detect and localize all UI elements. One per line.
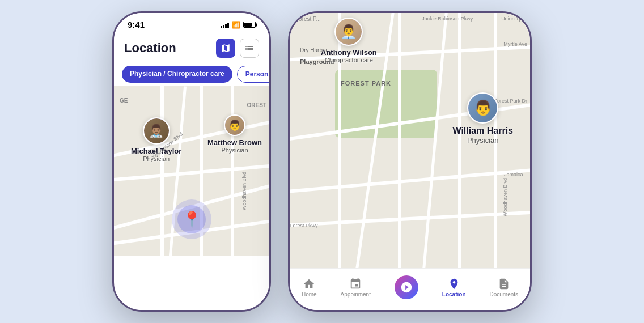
doctor-pin-william[interactable]: 👨 William Harris Physician (452, 92, 513, 144)
map-view-button[interactable] (216, 39, 235, 58)
map-label-forest-pkwy: Forest Pkwy (290, 223, 318, 228)
battery-icon (243, 22, 256, 28)
avatar-matthew: 👨 (224, 114, 245, 136)
status-icons: 📶 (221, 21, 256, 29)
doctor-name-william: William Harris (452, 126, 513, 136)
center-button[interactable] (395, 275, 418, 299)
page-title: Location (124, 41, 176, 56)
filter-physician[interactable]: Physician / Chiropractor care (122, 66, 232, 83)
doctor-name-matthew: Matthew Brown (207, 138, 262, 147)
doctor-specialty-matthew: Physician (221, 147, 248, 154)
map-area-right[interactable]: Dry Harbor Playground FOREST PARK Forest… (290, 13, 530, 268)
filter-bar: Physician / Chiropractor care Personal i… (114, 62, 269, 86)
pin-ripple: 📍 (172, 199, 211, 239)
app-header: Location (114, 33, 269, 62)
phone-right: Dry Harbor Playground FOREST PARK Forest… (288, 11, 532, 312)
phone-left: 9:41 📶 Location (112, 11, 271, 312)
map-label-woodhaven: Woodhaven Blvd (242, 172, 247, 210)
doctor-pin-matthew[interactable]: 👨 Matthew Brown Physician (207, 114, 262, 154)
map-label-jamaica: Jamaica... (504, 172, 527, 177)
header-icons (216, 39, 259, 58)
nav-label-documents: Documents (489, 291, 518, 298)
nav-item-home[interactable]: Home (297, 275, 321, 300)
list-view-button[interactable] (240, 39, 259, 58)
avatar-michael: 👨🏽‍⚕️ (143, 117, 170, 144)
status-time: 9:41 (128, 20, 145, 29)
doctor-name-anthony: Anthony Wilson (321, 48, 377, 57)
list-icon (244, 43, 255, 53)
doctor-pin-anthony[interactable]: 👨‍💼 Anthony Wilson Chiropractor care (321, 18, 377, 63)
map-icon (221, 43, 231, 53)
nav-label-home: Home (302, 291, 317, 298)
calendar-icon (349, 278, 362, 290)
map-label-orest: OREST (247, 102, 266, 108)
map-label-forest-park: FOREST PARK (341, 80, 391, 87)
pin-icon: 📍 (182, 210, 202, 229)
nav-item-location[interactable]: Location (438, 275, 471, 300)
status-bar-left: 9:41 📶 (114, 13, 269, 33)
avatar-anthony: 👨‍💼 (334, 18, 363, 46)
bottom-nav: Home Appoinment Location Docum (290, 268, 530, 308)
filter-personal-injury[interactable]: Personal injury (237, 66, 269, 83)
map-label-woodhaven-r: Woodhaven Blvd (502, 178, 508, 216)
signal-icon (221, 22, 229, 28)
map-label-union-tpke: Union Tpke (501, 16, 527, 22)
center-icon (400, 281, 413, 294)
doctor-specialty-anthony: Chiropractor care (325, 57, 373, 63)
nav-label-location: Location (442, 291, 466, 298)
nav-item-documents[interactable]: Documents (485, 275, 523, 300)
document-icon (498, 278, 510, 290)
map-area-left[interactable]: 👨🏽‍⚕️ Michael Taylor Physician 👨 Matthew… (114, 86, 269, 256)
map-label-jackie-robinson: Jackie Robinson Pkwy (422, 16, 473, 22)
map-background-right: Dry Harbor Playground FOREST PARK Forest… (290, 13, 530, 268)
map-label-top-left: Forest P... (295, 16, 321, 22)
current-location-pin: 📍 (172, 199, 211, 239)
nav-label-appointment: Appoinment (341, 291, 371, 298)
location-icon (448, 278, 460, 290)
pin-ripple-inner: 📍 (177, 205, 206, 233)
doctor-specialty-william: Physician (467, 136, 499, 144)
map-label-ge: GE (120, 97, 128, 104)
avatar-william: 👨 (467, 92, 498, 124)
map-label-myrtle: Myrtle Ave (503, 41, 527, 47)
home-indicator (290, 308, 530, 312)
nav-item-center[interactable] (390, 273, 423, 301)
home-icon (303, 278, 315, 290)
wifi-icon: 📶 (232, 21, 240, 29)
nav-item-appointment[interactable]: Appoinment (336, 275, 375, 300)
map-background-left: 👨🏽‍⚕️ Michael Taylor Physician 👨 Matthew… (114, 86, 269, 256)
